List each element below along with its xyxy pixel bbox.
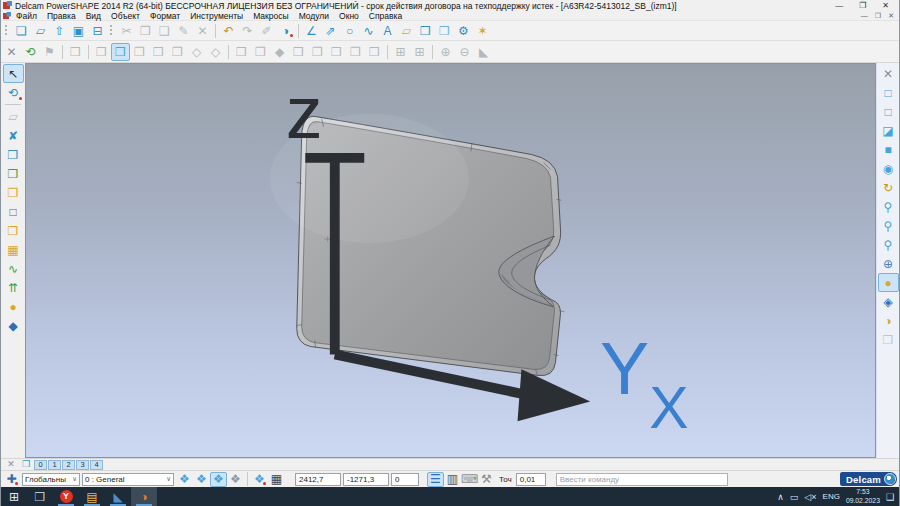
arrows-field-icon[interactable]: ⇈ <box>3 278 24 297</box>
workplane-1-icon[interactable]: ❖ <box>176 472 193 487</box>
cone-tool-icon[interactable]: ◆ <box>3 316 24 335</box>
feature-tool-icon[interactable]: ⚙ <box>454 22 473 39</box>
viewport-3d[interactable]: z Y X <box>25 63 876 458</box>
close-button[interactable]: ✕ <box>882 1 889 10</box>
view-visibility-icon[interactable]: ◉ <box>878 159 899 178</box>
sphere-tool-icon[interactable]: ● <box>3 297 24 316</box>
cad-app-icon[interactable]: ◣ <box>105 487 131 506</box>
wireframe-view-icon[interactable]: ◈ <box>878 292 899 311</box>
language-indicator[interactable]: ENG <box>823 492 840 501</box>
menu-item[interactable]: Окно <box>334 11 364 21</box>
file-explorer-icon[interactable]: ▤ <box>79 487 105 506</box>
wizard-tool-icon[interactable]: ✶ <box>473 22 492 39</box>
workplane-axes-icon[interactable]: ✚ <box>3 472 20 487</box>
level-button[interactable]: 0 <box>34 460 47 470</box>
powershape-app-icon[interactable]: ◑ <box>131 487 157 506</box>
text-tool-icon[interactable]: A <box>378 22 397 39</box>
menu-item[interactable]: Вид <box>81 11 106 21</box>
line-tool-icon[interactable]: ∠ <box>302 22 321 39</box>
menu-item[interactable]: Модули <box>294 11 334 21</box>
copy-icon[interactable]: ❐ <box>136 22 155 39</box>
transparent-view-icon[interactable]: ❒ <box>878 330 899 349</box>
view-wire-top-icon[interactable]: □ <box>878 83 899 102</box>
circle-tool-icon[interactable]: ○ <box>340 22 359 39</box>
tolerance-field[interactable]: 0,01 <box>516 473 546 486</box>
edit-pencil-icon[interactable]: ✐ <box>257 22 276 39</box>
arrow-tool-icon[interactable]: ⇗ <box>321 22 340 39</box>
format-paint-icon[interactable]: ✎ <box>174 22 193 39</box>
maximize-button[interactable]: ❐ <box>859 1 866 10</box>
toolbar-grip[interactable] <box>4 24 9 37</box>
limit-tool-icon[interactable]: ✘ <box>3 126 24 145</box>
multi-solids-icon[interactable]: ▦ <box>3 240 24 259</box>
close-view-toolbar-icon[interactable]: ✕ <box>878 64 899 83</box>
cut-icon[interactable]: ✂ <box>117 22 136 39</box>
paste-icon[interactable]: ❑ <box>155 22 174 39</box>
globe-view-icon[interactable]: ⊕ <box>878 254 899 273</box>
menu-item[interactable]: Объект <box>106 11 145 21</box>
minimize-button[interactable]: — <box>835 1 843 10</box>
view-wire-shaded-icon[interactable]: ◪ <box>878 121 899 140</box>
curve-flow-icon[interactable]: ∿ <box>3 259 24 278</box>
menu-item[interactable]: Правка <box>42 11 81 21</box>
render-view-icon[interactable]: ◑ <box>878 311 899 330</box>
menu-item[interactable]: Инструменты <box>185 11 248 21</box>
mdi-minimize-button[interactable]: — <box>861 12 868 20</box>
tools-icon[interactable]: ⚒ <box>478 472 495 487</box>
view-solid-cube-icon[interactable]: ■ <box>878 140 899 159</box>
coord-y-field[interactable]: -1271,3 <box>343 473 389 486</box>
level-button[interactable]: 2 <box>62 460 75 470</box>
view-list-icon[interactable]: ☰ <box>427 472 444 487</box>
app-window-icon[interactable]: ❒ <box>27 487 53 506</box>
workplane-2-icon[interactable]: ❖ <box>193 472 210 487</box>
solid-tool-icon[interactable]: ❒ <box>416 22 435 39</box>
open-model-icon[interactable]: ▱ <box>31 22 50 39</box>
speaker-muted-icon[interactable]: ◁× <box>804 492 816 502</box>
solid-extrude-icon[interactable]: ❒ <box>3 145 24 164</box>
wire-cube-icon[interactable]: □ <box>3 202 24 221</box>
mdi-restore-button[interactable]: ❐ <box>875 12 881 20</box>
delete-icon[interactable]: ✕ <box>193 22 212 39</box>
start-button-icon[interactable]: ⊞ <box>1 487 27 506</box>
workplane-new-icon[interactable]: ❖ <box>251 472 268 487</box>
monitor-icon[interactable]: ▭ <box>790 492 799 502</box>
save-model-icon[interactable]: ▣ <box>69 22 88 39</box>
select-cursor-icon[interactable]: ↖ <box>3 64 24 83</box>
keyboard-entry-icon[interactable]: ⌨ <box>461 472 478 487</box>
level-button[interactable]: 3 <box>76 460 89 470</box>
orbit-tool-icon[interactable]: ⟲ <box>3 83 24 102</box>
solid-pair-icon[interactable]: ❐ <box>3 183 24 202</box>
menu-item[interactable]: Файл <box>11 11 42 21</box>
view-wire-iso-icon[interactable]: □ <box>878 102 899 121</box>
menu-item[interactable]: Справка <box>364 11 407 21</box>
command-input[interactable] <box>556 473 728 486</box>
levels-icon[interactable]: ❒ <box>19 459 33 470</box>
mdi-close-button[interactable]: ✕ <box>888 12 894 20</box>
menu-item[interactable]: Формат <box>145 11 185 21</box>
zoom-box-icon[interactable]: ⚲ <box>878 235 899 254</box>
workplane-4-icon[interactable]: ❖ <box>227 472 244 487</box>
toolbar-grip[interactable] <box>109 24 114 37</box>
level-combo[interactable]: 0 : General∨ <box>82 473 174 486</box>
workplane-combo[interactable]: Глобальны∨ <box>22 473 80 486</box>
surface-from-wire-icon[interactable]: ▱ <box>3 107 24 126</box>
clock[interactable]: 7:53 09.02.2023 <box>846 488 880 504</box>
undo-icon[interactable]: ↶ <box>219 22 238 39</box>
workplane-3-icon[interactable]: ❖ <box>210 472 227 487</box>
zoom-fit-icon[interactable]: ⚲ <box>878 216 899 235</box>
solid-block-tool-icon[interactable]: ❒ <box>435 22 454 39</box>
curve-tool-icon[interactable]: ∿ <box>359 22 378 39</box>
close-levels-icon[interactable]: ✕ <box>4 459 18 470</box>
rotate-view-icon[interactable]: ↻ <box>878 178 899 197</box>
close-solids-toolbar-icon[interactable]: ✕ <box>2 43 21 61</box>
level-button[interactable]: 1 <box>48 460 61 470</box>
view-info-icon[interactable]: ▥ <box>444 472 461 487</box>
level-button[interactable]: 4 <box>90 460 103 470</box>
import-model-icon[interactable]: ⇧ <box>50 22 69 39</box>
grid-snap-icon[interactable]: ▦ <box>268 472 285 487</box>
coord-z-field[interactable]: 0 <box>391 473 419 486</box>
surface-tool-icon[interactable]: ▱ <box>397 22 416 39</box>
notification-icon[interactable]: ❑ <box>886 492 894 502</box>
shaded-view-icon[interactable]: ● <box>878 273 899 292</box>
solid-replace-icon[interactable]: ❒ <box>3 164 24 183</box>
